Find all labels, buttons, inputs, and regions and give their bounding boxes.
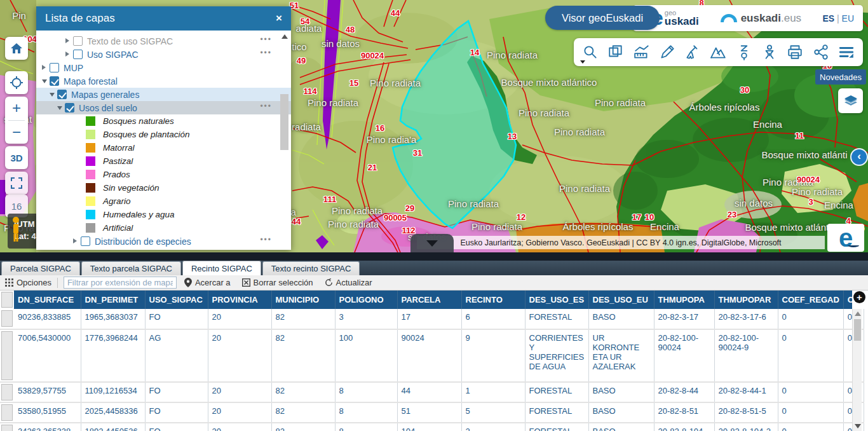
column-header-dn_perimet[interactable]: DN_PERIMET: [81, 291, 145, 309]
row-selector[interactable]: [0, 329, 14, 382]
legend-item[interactable]: Bosques naturales: [36, 114, 291, 128]
table-cell[interactable]: FO: [145, 402, 208, 423]
tab-texto-parcela-sigpac[interactable]: Texto parcela SIGPAC: [81, 261, 181, 275]
scroll-up-icon[interactable]: [855, 311, 861, 316]
table-row[interactable]: 34263,3653381892,4450536FO208281042FORES…: [0, 423, 864, 431]
table-cell[interactable]: 20-82-100-90024-9: [714, 329, 778, 382]
layer-item[interactable]: Texto de uso SIGPAC•••: [36, 34, 291, 48]
table-cell[interactable]: 0: [778, 309, 843, 329]
tab-texto-recinto-sigpac[interactable]: Texto recinto SIGPAC: [262, 261, 360, 275]
table-cell[interactable]: 0: [778, 402, 843, 423]
table-cell[interactable]: 44: [397, 382, 461, 402]
table-scrollbar[interactable]: [852, 309, 862, 431]
column-header-uso_sigpac[interactable]: USO_SIGPAC: [145, 291, 208, 309]
layer-menu-button[interactable]: •••: [260, 235, 272, 244]
column-header-dn_surface[interactable]: DN_SURFACE: [14, 291, 81, 309]
table-cell[interactable]: 17: [397, 309, 461, 329]
table-row[interactable]: 7006,54300001776,3968244AG2082100900249C…: [0, 329, 864, 382]
table-cell[interactable]: 20-82-100-90024: [654, 329, 714, 382]
table-cell[interactable]: 90236,833885: [14, 309, 81, 329]
table-cell[interactable]: FORESTAL: [525, 423, 588, 431]
table-cell[interactable]: 8: [335, 382, 397, 402]
basemap-layers-button[interactable]: [838, 88, 863, 113]
zoom-coordinates-tool-button[interactable]: [733, 41, 756, 64]
layer-checkbox[interactable]: [73, 50, 83, 59]
table-cell[interactable]: FORESTAL: [525, 382, 588, 402]
table-cell[interactable]: BASO: [588, 309, 654, 329]
row-selector[interactable]: [0, 402, 14, 423]
legend-item[interactable]: Artificial: [36, 221, 291, 235]
table-cell[interactable]: 7006,5430000: [14, 329, 81, 382]
3d-button[interactable]: 3D: [5, 146, 28, 169]
table-cell[interactable]: 20-82-8-44-1: [714, 382, 778, 402]
street-view-tool-button[interactable]: [758, 41, 781, 64]
zoom-out-button[interactable]: −: [5, 121, 28, 144]
table-cell[interactable]: 82: [271, 423, 335, 431]
chevron-right-icon[interactable]: [65, 38, 69, 43]
layer-checkbox[interactable]: [50, 63, 59, 72]
draw-tool-button[interactable]: [656, 41, 679, 64]
search-tool-button[interactable]: [579, 41, 602, 64]
row-selector[interactable]: [0, 423, 14, 431]
measure-tool-button[interactable]: [630, 41, 653, 64]
layer-item[interactable]: Distribución de especies•••: [36, 235, 291, 248]
home-button[interactable]: [5, 37, 28, 60]
column-header-provincia[interactable]: PROVINCIA: [208, 291, 271, 309]
table-cell[interactable]: CORRIENTES Y SUPERFICIES DE AGUA: [525, 329, 588, 382]
table-cell[interactable]: 6: [461, 309, 525, 329]
table-cell[interactable]: 0: [778, 329, 843, 382]
bottom-panel-collapse-handle[interactable]: [410, 234, 454, 252]
table-cell[interactable]: 90024: [397, 329, 461, 382]
tab-parcela-sigpac[interactable]: Parcela SIGPAC: [1, 261, 80, 275]
layer-checkbox[interactable]: [73, 36, 83, 46]
chevron-right-icon[interactable]: [73, 238, 77, 243]
chevron-right-icon[interactable]: [65, 51, 69, 57]
visor-geoeuskadi-button[interactable]: Visor geoEuskadi: [545, 6, 660, 30]
table-cell[interactable]: FO: [145, 423, 208, 431]
table-cell[interactable]: 82: [271, 329, 335, 382]
scroll-up-icon[interactable]: [281, 34, 288, 39]
row-selector[interactable]: [0, 309, 14, 329]
table-cell[interactable]: 34263,365338: [14, 423, 81, 431]
table-cell[interactable]: BASO: [588, 402, 654, 423]
lang-es[interactable]: ES: [822, 13, 834, 24]
table-cell[interactable]: 1776,3968244: [81, 329, 145, 382]
layer-checkbox[interactable]: [65, 103, 74, 113]
scrollbar-thumb[interactable]: [854, 319, 861, 341]
zoom-in-button[interactable]: +: [5, 97, 28, 120]
legend-item[interactable]: Sin vegetación: [36, 181, 291, 195]
table-cell[interactable]: 53580,51955: [14, 402, 81, 423]
layer-checkbox[interactable]: [81, 236, 90, 246]
column-header-recinto[interactable]: RECINTO: [461, 291, 525, 309]
add-column-button[interactable]: +: [853, 291, 865, 303]
table-cell[interactable]: 20: [208, 329, 271, 382]
column-header-poligono[interactable]: POLIGONO: [335, 291, 397, 309]
table-cell[interactable]: AG: [145, 329, 208, 382]
layer-checkbox[interactable]: [50, 76, 59, 86]
menu-tool-button[interactable]: [835, 41, 858, 64]
scroll-down-icon[interactable]: [855, 424, 861, 428]
legend-item[interactable]: Humedales y agua: [36, 208, 291, 221]
table-cell[interactable]: 82: [271, 402, 335, 423]
table-cell[interactable]: 20-82-8-104: [654, 423, 714, 431]
table-cell[interactable]: 20: [208, 423, 271, 431]
table-cell[interactable]: 1: [461, 382, 525, 402]
table-cell[interactable]: 0: [778, 382, 843, 402]
chevron-down-icon[interactable]: [50, 93, 55, 97]
legend-item[interactable]: Bosques de plantación: [36, 128, 291, 141]
print-tool-button[interactable]: [783, 41, 806, 64]
table-cell[interactable]: 53829,57755: [14, 382, 81, 402]
table-cell[interactable]: 51: [397, 402, 461, 423]
scrollbar-thumb[interactable]: [280, 94, 288, 150]
table-cell[interactable]: 20-82-3-17: [654, 309, 714, 329]
column-header-municipio[interactable]: MUNICIPIO: [271, 291, 335, 309]
table-cell[interactable]: 20: [208, 402, 271, 423]
table-cell[interactable]: 100: [335, 329, 397, 382]
layer-item[interactable]: Mapas generales: [36, 88, 291, 101]
table-cell[interactable]: 20-82-8-44: [654, 382, 714, 402]
table-cell[interactable]: 20: [208, 309, 271, 329]
layer-menu-button[interactable]: •••: [260, 48, 272, 57]
table-cell[interactable]: UR KORRONTE ETA UR AZALERAK: [588, 329, 654, 382]
share-tool-button[interactable]: [810, 41, 832, 64]
euskadi-e-logo[interactable]: e: [827, 224, 864, 252]
